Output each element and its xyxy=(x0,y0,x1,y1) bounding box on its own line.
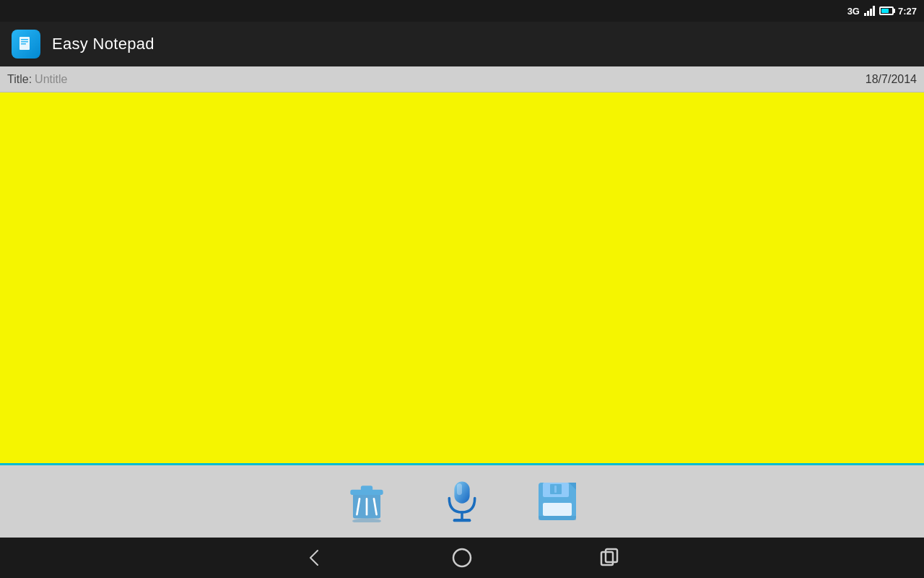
clock: 7:27 xyxy=(898,6,917,17)
svg-rect-19 xyxy=(543,503,572,516)
back-button[interactable] xyxy=(299,542,331,574)
note-area[interactable] xyxy=(0,92,924,465)
network-type: 3G xyxy=(847,6,860,17)
title-date: 18/7/2014 xyxy=(866,73,917,86)
svg-rect-2 xyxy=(21,41,28,43)
svg-rect-12 xyxy=(457,483,462,495)
delete-button[interactable] xyxy=(341,475,393,527)
nav-bar xyxy=(0,538,924,578)
mic-button[interactable] xyxy=(436,475,488,527)
trash-icon xyxy=(346,480,388,522)
save-icon xyxy=(537,481,578,522)
note-textarea[interactable] xyxy=(0,92,924,465)
app-title: Easy Notepad xyxy=(52,35,154,53)
note-bottom-line xyxy=(0,463,924,465)
svg-rect-6 xyxy=(361,486,372,491)
svg-rect-14 xyxy=(453,519,471,522)
save-button[interactable] xyxy=(531,475,583,527)
svg-rect-21 xyxy=(539,516,576,520)
app-bar: Easy Notepad xyxy=(0,22,924,66)
svg-rect-22 xyxy=(453,549,471,566)
svg-rect-20 xyxy=(554,486,557,493)
svg-rect-24 xyxy=(606,549,617,562)
mic-icon xyxy=(443,479,481,524)
signal-icon xyxy=(864,6,875,16)
title-label: Title: xyxy=(7,73,32,86)
svg-rect-3 xyxy=(21,43,26,45)
home-button[interactable] xyxy=(446,542,478,574)
svg-rect-23 xyxy=(601,552,613,565)
svg-rect-1 xyxy=(21,39,28,40)
status-bar: 3G 7:27 xyxy=(0,0,924,22)
title-bar-left: Title: Untitle xyxy=(7,73,67,86)
battery-icon xyxy=(879,7,894,15)
recent-apps-button[interactable] xyxy=(593,542,625,574)
title-value: Untitle xyxy=(35,73,67,86)
svg-point-10 xyxy=(352,519,381,522)
title-bar: Title: Untitle 18/7/2014 xyxy=(0,66,924,92)
app-logo xyxy=(12,30,40,59)
toolbar xyxy=(0,465,924,538)
